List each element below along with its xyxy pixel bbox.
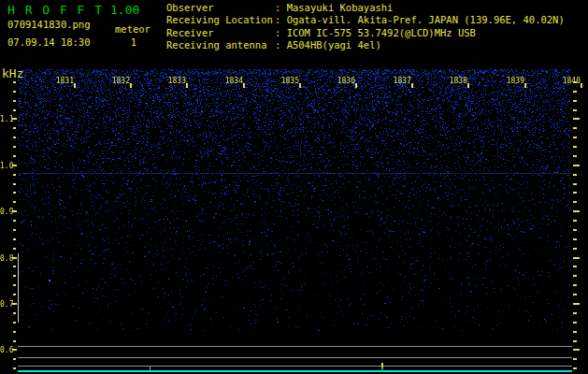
freq-minor-tick — [573, 81, 577, 83]
station-row-label: Receiving Location — [166, 14, 275, 26]
freq-minor-tick — [13, 358, 16, 360]
freq-minor-tick — [573, 137, 577, 138]
freq-minor-tick — [13, 331, 16, 333]
freq-major-tick — [12, 303, 17, 305]
freq-minor-tick — [573, 109, 577, 111]
timestamp-label: 07.09.14 18:30 — [7, 36, 91, 48]
freq-minor-tick — [13, 340, 16, 342]
freq-minor-tick — [573, 183, 577, 185]
freq-minor-tick — [13, 155, 16, 157]
station-row-value: : ICOM IC-575 53.7492(@LCD)MHz USB — [275, 27, 476, 38]
meteor-count: 1 — [127, 36, 140, 48]
level-gridline — [18, 346, 572, 347]
app-version: 1.00 — [110, 3, 139, 17]
freq-minor-tick — [13, 248, 16, 250]
station-row-value: : A504HB(yagi 4el) — [275, 39, 381, 50]
time-tick-label: 1832 — [102, 77, 130, 85]
time-tick — [467, 83, 469, 88]
time-tick-label: 1839 — [496, 77, 524, 85]
freq-major-tick — [12, 165, 17, 166]
time-tick-label: 1835 — [271, 77, 299, 85]
freq-unit-label: kHz — [2, 66, 23, 80]
freq-minor-tick — [13, 367, 16, 369]
freq-minor-tick — [13, 91, 16, 93]
freq-minor-tick — [573, 91, 577, 93]
signal-level-baseline — [18, 370, 572, 372]
freq-minor-tick — [573, 192, 577, 194]
freq-minor-tick — [573, 229, 577, 231]
station-row-label: Observer — [166, 2, 275, 14]
freq-major-tick — [573, 118, 580, 120]
freq-minor-tick — [573, 322, 577, 324]
freq-major-tick — [573, 303, 580, 305]
freq-minor-tick — [13, 183, 16, 185]
freq-minor-tick — [573, 127, 577, 129]
freq-minor-tick — [13, 174, 16, 176]
freq-minor-tick — [13, 127, 16, 129]
time-tick-label: 1834 — [215, 77, 243, 85]
time-tick-label: 1838 — [439, 77, 467, 85]
mode-label: meteor — [115, 23, 151, 35]
time-tick-label: 1837 — [383, 77, 411, 85]
time-tick — [411, 83, 413, 88]
station-row-value: : Ogata-vill. Akita-Pref. JAPAN (139.96E… — [275, 14, 565, 25]
freq-minor-tick — [573, 340, 577, 342]
time-tick-label: 1836 — [327, 77, 355, 85]
freq-minor-tick — [573, 220, 577, 222]
freq-major-tick — [573, 257, 580, 259]
output-filename: 0709141830.png — [7, 19, 91, 30]
freq-minor-tick — [573, 100, 577, 102]
time-tick-label: 1831 — [46, 77, 74, 85]
freq-minor-tick — [573, 331, 577, 333]
freq-major-tick — [573, 349, 580, 351]
time-tick — [243, 83, 245, 88]
time-tick — [355, 83, 357, 88]
freq-tick-label: 0.9 — [0, 208, 11, 216]
station-info-block: Observer: Masayuki KobayashiReceiving Lo… — [166, 2, 565, 52]
freq-minor-tick — [13, 322, 16, 324]
freq-major-tick — [573, 165, 580, 166]
freq-minor-tick — [13, 266, 16, 267]
freq-minor-tick — [13, 229, 16, 231]
freq-minor-tick — [573, 146, 577, 148]
freq-minor-tick — [573, 275, 577, 277]
freq-tick-label: 0.6 — [0, 346, 11, 354]
time-tick — [130, 83, 132, 88]
freq-minor-tick — [573, 367, 577, 369]
freq-minor-tick — [13, 275, 16, 277]
freq-minor-tick — [13, 192, 16, 194]
station-row-label: Receiver — [166, 27, 275, 39]
time-tick — [581, 83, 582, 88]
station-row: Observer: Masayuki Kobayashi — [166, 2, 565, 14]
level-gridline — [18, 366, 572, 367]
time-tick — [74, 83, 76, 88]
freq-major-tick — [573, 210, 580, 212]
freq-major-tick — [12, 349, 17, 351]
freq-minor-tick — [13, 312, 16, 314]
freq-minor-tick — [573, 155, 577, 157]
station-row: Receiving Location: Ogata-vill. Akita-Pr… — [166, 14, 565, 26]
station-row-label: Receiving antenna — [166, 39, 275, 51]
freq-tick-label: 0.8 — [0, 254, 11, 263]
freq-minor-tick — [573, 294, 577, 295]
station-row: Receiver: ICOM IC-575 53.7492(@LCD)MHz U… — [166, 27, 565, 39]
freq-minor-tick — [573, 174, 577, 176]
freq-minor-tick — [13, 137, 16, 138]
level-spike-small — [150, 367, 151, 371]
time-tick — [524, 83, 526, 88]
freq-minor-tick — [573, 266, 577, 267]
freq-minor-tick — [13, 220, 16, 222]
time-tick — [186, 83, 188, 88]
freq-range-marker-bar — [18, 253, 19, 323]
level-gridline — [18, 357, 572, 358]
freq-major-tick — [12, 257, 17, 259]
freq-minor-tick — [573, 248, 577, 250]
freq-tick-label: 1.0 — [0, 162, 11, 170]
app-title: H R O F F T — [7, 3, 104, 17]
freq-minor-tick — [13, 201, 16, 203]
time-tick-label: 1833 — [158, 77, 186, 85]
freq-minor-tick — [13, 81, 16, 83]
freq-minor-tick — [13, 294, 16, 295]
level-spike-large-bottom — [381, 367, 383, 371]
station-row-value: : Masayuki Kobayashi — [275, 2, 393, 13]
